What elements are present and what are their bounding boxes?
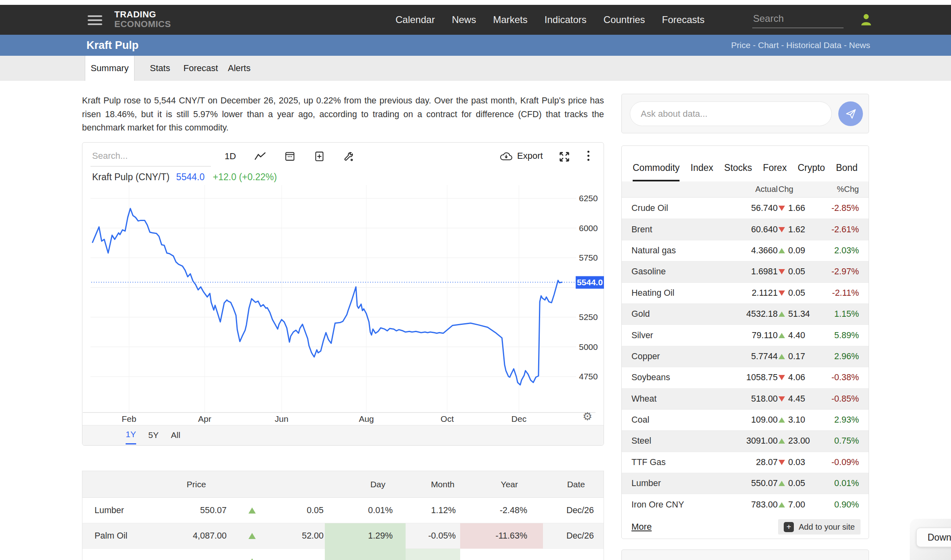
percent-change: 0.01% [825, 478, 869, 488]
market-row-crude-oil[interactable]: Crude Oil56.7401.66-2.85% [622, 198, 869, 219]
nav-item-news[interactable]: News [452, 14, 476, 25]
nav-item-indicators[interactable]: Indicators [545, 14, 587, 25]
range-5y[interactable]: 5Y [148, 425, 159, 444]
range-all[interactable]: All [171, 425, 180, 444]
change-cell: 3.10 [778, 415, 825, 425]
percent-change: -2.85% [825, 203, 869, 213]
related-row-palm-oil[interactable]: Palm Oil4,087.0052.001.29%-0.05%-11.63%D… [82, 523, 604, 549]
change-cell: 0.09 [778, 246, 825, 256]
market-row-ttf-gas[interactable]: TTF Gas28.070.03-0.09% [622, 452, 869, 473]
triangle-down-icon [778, 375, 785, 380]
nav-item-countries[interactable]: Countries [604, 14, 645, 25]
actual-value: 1.6981 [722, 267, 778, 277]
download-button[interactable]: Download [916, 528, 951, 547]
commodity-name: Copper [622, 352, 722, 362]
price-value: 550.07 [179, 505, 230, 516]
market-row-natural-gas[interactable]: Natural gas4.36600.092.03% [622, 240, 869, 261]
change-value: 0.05 [788, 267, 805, 277]
month-change: -0.05% [406, 523, 460, 549]
x-tick-apr: Apr [198, 414, 211, 424]
banner-links[interactable]: Price - Chart - Historical Data - News [731, 35, 870, 56]
more-link[interactable]: More [631, 522, 652, 532]
price-line-chart[interactable] [82, 143, 604, 445]
trading-economics-logo[interactable]: TRADING ECONOMICS [114, 10, 171, 29]
change-value: 1.66 [788, 203, 805, 213]
market-row-iron-ore-cny[interactable]: Iron Ore CNY783.007.000.90% [622, 494, 869, 515]
range-1y[interactable]: 1Y [126, 425, 136, 444]
triangle-up-icon [248, 533, 256, 539]
market-row-gold[interactable]: Gold4532.1851.341.15% [622, 303, 869, 324]
day-change: 1.29% [325, 523, 406, 549]
add-to-site-button[interactable]: + Add to your site [778, 519, 861, 535]
change-value: 0.05 [788, 288, 805, 298]
markets-table-header: Actual Chg %Chg [622, 181, 869, 198]
page-title: Kraft Pulp [86, 35, 139, 56]
triangle-down-icon [778, 291, 785, 296]
user-account-icon[interactable] [861, 13, 872, 26]
market-row-copper[interactable]: Copper5.77440.172.96% [622, 346, 869, 367]
percent-change: 1.15% [825, 309, 869, 319]
market-row-heating-oil[interactable]: Heating Oil2.11210.05-2.11% [622, 282, 869, 303]
tab-alerts[interactable]: Alerts [217, 56, 261, 81]
change-cell: 4.40 [778, 331, 825, 341]
change-value: 4.06 [788, 373, 805, 383]
hamburger-menu-icon[interactable] [88, 15, 102, 25]
chart-panel: 1D Export Kraft Pulp (CNY/T) 5544.0 +12.… [82, 142, 604, 446]
x-tick-dec: Dec [511, 414, 526, 424]
actual-value: 109.00 [722, 415, 778, 425]
related-row-lumber[interactable]: Lumber550.070.050.01%1.12%-2.48%Dec/26 [82, 498, 604, 523]
market-row-coal[interactable]: Coal109.003.102.93% [622, 409, 869, 430]
market-row-lumber[interactable]: Lumber550.070.050.01% [622, 473, 869, 494]
actual-value: 4532.18 [722, 309, 778, 319]
triangle-up-icon [778, 333, 785, 338]
market-row-gasoline[interactable]: Gasoline1.69810.05-2.97% [622, 261, 869, 282]
related-row-partial[interactable] [82, 549, 604, 560]
nav-item-calendar[interactable]: Calendar [396, 14, 435, 25]
market-row-soybeans[interactable]: Soybeans1058.754.06-0.38% [622, 367, 869, 388]
change-value: 52.00 [274, 531, 325, 541]
paper-plane-icon [845, 108, 857, 120]
market-tab-crypto[interactable]: Crypto [797, 162, 825, 181]
y-tick-6250: 6250 [579, 194, 604, 203]
percent-change: 5.89% [825, 331, 869, 341]
header-year: Year [460, 480, 543, 489]
actual-value: 60.640 [722, 225, 778, 235]
market-row-silver[interactable]: Silver79.1104.405.89% [622, 324, 869, 345]
triangle-down-icon [778, 460, 785, 465]
percent-change: 2.93% [825, 415, 869, 425]
change-value: 51.34 [788, 309, 810, 319]
header-chg: Chg [778, 185, 825, 194]
ask-data-input[interactable] [630, 102, 831, 126]
markets-tabs: CommodityIndexStocksForexCryptoBond [622, 146, 869, 181]
tab-summary[interactable]: Summary [85, 56, 135, 81]
market-tab-commodity[interactable]: Commodity [633, 162, 680, 181]
axis-settings-gear-icon[interactable]: ⚙ [583, 410, 592, 423]
nav-item-markets[interactable]: Markets [493, 14, 527, 25]
triangle-up-icon [778, 248, 785, 253]
market-tab-stocks[interactable]: Stocks [724, 162, 752, 181]
triangle-up-icon [248, 507, 256, 514]
change-cell: 1.66 [778, 203, 825, 213]
market-row-steel[interactable]: Steel3091.0023.000.75% [622, 430, 869, 451]
send-button[interactable] [838, 101, 863, 126]
markets-footer: More + Add to your site [622, 515, 869, 539]
market-tab-bond[interactable]: Bond [836, 162, 858, 181]
commodity-name: Gold [622, 309, 722, 319]
commodity-name: Silver [622, 331, 722, 341]
triangle-down-icon [778, 396, 785, 402]
market-tab-index[interactable]: Index [690, 162, 713, 181]
market-tab-forex[interactable]: Forex [763, 162, 787, 181]
y-tick-5250: 5250 [579, 312, 604, 322]
change-cell: 0.17 [778, 352, 825, 362]
nav-search-input[interactable] [752, 11, 844, 28]
market-row-brent[interactable]: Brent60.6401.62-2.61% [622, 219, 869, 240]
header-pctchg: %Chg [825, 185, 869, 194]
y-tick-5750: 5750 [579, 253, 604, 263]
commodity-name: Soybeans [622, 373, 722, 383]
summary-paragraph: Kraft Pulp rose to 5,544 CNY/T on Decemb… [82, 94, 604, 135]
change-cell: 4.45 [778, 394, 825, 404]
nav-item-forecasts[interactable]: Forecasts [662, 14, 705, 25]
market-row-wheat[interactable]: Wheat518.004.45-0.85% [622, 388, 869, 409]
x-tick-oct: Oct [441, 414, 454, 424]
actual-value: 2.1121 [722, 288, 778, 298]
